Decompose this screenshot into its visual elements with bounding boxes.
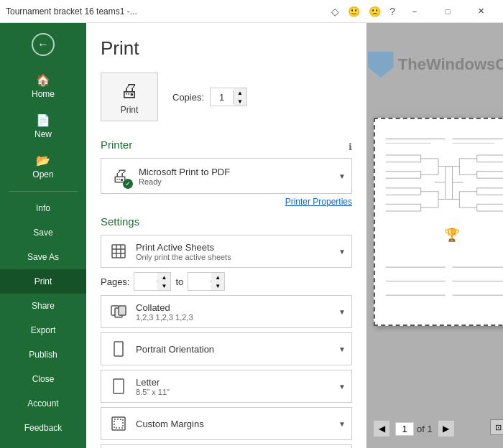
sidebar-new-label: New xyxy=(34,129,52,139)
sheets-icon xyxy=(107,240,130,263)
setting-orientation[interactable]: Portrait Orientation ▼ xyxy=(101,332,352,365)
margins-arrow: ▼ xyxy=(338,420,346,428)
paper-arrow: ▼ xyxy=(338,383,346,391)
collated-icon xyxy=(107,300,130,323)
pages-to-decrement[interactable]: ▼ xyxy=(211,281,224,290)
sidebar-item-save-as[interactable]: Save As xyxy=(0,245,86,269)
setting-collated[interactable]: Collated 1,2,3 1,2,3 1,2,3 ▼ xyxy=(101,295,352,328)
sheets-arrow: ▼ xyxy=(338,248,346,256)
pages-from-value xyxy=(134,280,157,283)
setting-paper[interactable]: Letter 8.5" x 11" ▼ xyxy=(101,370,352,403)
diamond-icon[interactable]: ◇ xyxy=(331,6,339,17)
print-panel: Print 🖨 Print Copies: 1 ▲ ▼ xyxy=(86,23,366,448)
margins-text: Custom Margins xyxy=(136,419,338,429)
pages-row: Pages: ▲ ▼ to ▲ ▼ xyxy=(101,272,352,291)
help-icon[interactable]: ? xyxy=(389,6,395,17)
paper-sub: 8.5" x 11" xyxy=(136,388,338,396)
sidebar-item-export[interactable]: Export xyxy=(0,318,86,342)
pages-from-decrement[interactable]: ▼ xyxy=(157,281,170,290)
preview-nav: ◀ of 1 ▶ xyxy=(374,416,454,438)
printer-dropdown-arrow: ▼ xyxy=(338,172,346,180)
prev-page-button[interactable]: ◀ xyxy=(374,421,389,437)
printer-properties-link[interactable]: Printer Properties xyxy=(101,197,352,207)
printer-check-icon: ✓ xyxy=(123,179,133,189)
copies-increment[interactable]: ▲ xyxy=(234,88,246,97)
sheets-sub: Only print the active sheets xyxy=(136,253,338,261)
pages-from-increment[interactable]: ▲ xyxy=(157,273,170,281)
close-button[interactable]: ✕ xyxy=(464,0,497,23)
print-button[interactable]: 🖨 Print xyxy=(101,73,158,121)
setting-scaling[interactable]: Fit Sheet on One Page Shrink the printou… xyxy=(101,444,352,448)
print-button-label: Print xyxy=(121,105,139,115)
sad-icon[interactable]: 🙁 xyxy=(369,6,381,17)
margins-icon xyxy=(107,412,130,435)
settings-section-title: Settings xyxy=(101,215,352,228)
pages-to-label: to xyxy=(175,276,183,287)
copies-value: 1 xyxy=(211,90,234,104)
sidebar-close-label: Close xyxy=(32,374,55,384)
preview-area: TheWindowsClub xyxy=(374,30,503,414)
open-icon: 📂 xyxy=(36,154,50,167)
sidebar-open-label: Open xyxy=(32,169,53,179)
sidebar-item-close[interactable]: Close xyxy=(0,367,86,391)
orientation-main: Portrait Orientation xyxy=(136,344,338,355)
pages-to-value xyxy=(188,280,211,283)
sidebar: ← 🏠 Home 📄 New 📂 Open Info Save xyxy=(0,23,86,448)
printer-status: Ready xyxy=(139,177,338,186)
collated-arrow: ▼ xyxy=(338,308,346,316)
printer-icon-area: 🖨 ✓ xyxy=(107,163,133,189)
maximize-button[interactable]: □ xyxy=(431,0,464,23)
setting-margins[interactable]: Custom Margins ▼ xyxy=(101,407,352,440)
sidebar-item-open[interactable]: 📂 Open xyxy=(0,146,86,187)
svg-rect-8 xyxy=(114,342,123,356)
page-indicator: of 1 xyxy=(395,422,433,436)
page-number-input[interactable] xyxy=(395,422,414,436)
paper-icon xyxy=(107,375,130,398)
printer-info-icon[interactable]: ℹ xyxy=(349,141,352,152)
sidebar-item-publish[interactable]: Publish xyxy=(0,342,86,367)
pages-to-increment[interactable]: ▲ xyxy=(211,273,224,281)
sidebar-item-options[interactable]: Options xyxy=(0,440,86,448)
sidebar-feedback-label: Feedback xyxy=(24,423,63,433)
back-arrow-icon: ← xyxy=(32,33,55,56)
copies-decrement[interactable]: ▼ xyxy=(234,97,246,106)
sidebar-item-home[interactable]: 🏠 Home xyxy=(0,66,86,106)
setting-sheets[interactable]: Print Active Sheets Only print the activ… xyxy=(101,235,352,268)
sheets-main: Print Active Sheets xyxy=(136,242,338,253)
printer-section-title: Printer xyxy=(101,139,132,151)
copies-label: Copies: xyxy=(172,92,204,103)
sidebar-item-info[interactable]: Info xyxy=(0,196,86,220)
back-button[interactable]: ← xyxy=(0,23,86,66)
sidebar-item-save[interactable]: Save xyxy=(0,220,86,245)
pages-to-input[interactable]: ▲ ▼ xyxy=(188,272,225,291)
sidebar-publish-label: Publish xyxy=(29,350,57,360)
page-of-label: of 1 xyxy=(417,424,433,434)
watermark: TheWindowsClub xyxy=(368,52,503,78)
sidebar-item-new[interactable]: 📄 New xyxy=(0,106,86,146)
svg-rect-11 xyxy=(114,419,123,428)
sidebar-item-share[interactable]: Share xyxy=(0,294,86,318)
sidebar-item-print[interactable]: Print xyxy=(0,269,86,294)
sidebar-home-label: Home xyxy=(32,89,55,99)
collated-sub: 1,2,3 1,2,3 1,2,3 xyxy=(136,313,338,322)
sidebar-save-as-label: Save As xyxy=(27,252,59,262)
sidebar-print-label: Print xyxy=(34,276,52,286)
collated-main: Collated xyxy=(136,302,338,313)
print-title: Print xyxy=(101,37,352,60)
next-page-button[interactable]: ▶ xyxy=(438,421,454,437)
smiley-icon[interactable]: 🙂 xyxy=(348,6,360,17)
fit-page-icon[interactable]: ⊡ xyxy=(490,419,503,435)
pages-from-input[interactable]: ▲ ▼ xyxy=(134,272,171,291)
printer-info: Microsoft Print to PDF Ready xyxy=(139,167,338,186)
copies-input[interactable]: 1 ▲ ▼ xyxy=(210,88,247,106)
minimize-button[interactable]: − xyxy=(398,0,431,23)
orientation-icon xyxy=(107,337,130,360)
orientation-arrow: ▼ xyxy=(338,345,346,353)
sidebar-info-label: Info xyxy=(36,203,50,213)
watermark-text: TheWindowsClub xyxy=(398,55,503,74)
sidebar-item-feedback[interactable]: Feedback xyxy=(0,416,86,440)
sidebar-share-label: Share xyxy=(32,301,55,311)
printer-selector[interactable]: 🖨 ✓ Microsoft Print to PDF Ready ▼ xyxy=(101,158,352,194)
sidebar-item-account[interactable]: Account xyxy=(0,391,86,416)
printer-icon: 🖨 xyxy=(120,80,139,102)
